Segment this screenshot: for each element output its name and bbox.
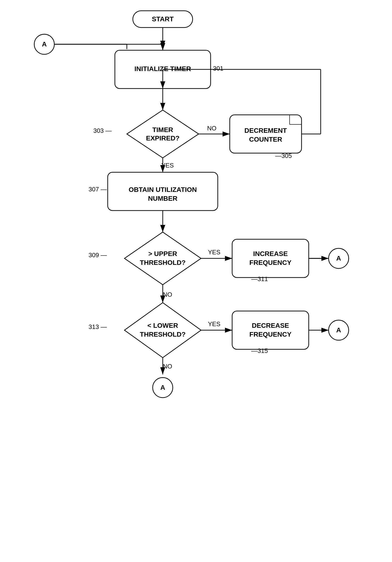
start-label: START xyxy=(152,15,174,23)
ref-305: —305 xyxy=(275,152,292,159)
increase-frequency-label-1: INCREASE xyxy=(253,250,288,258)
timer-yes-label: YES xyxy=(161,162,174,169)
timer-expired-node xyxy=(127,110,199,158)
a-top-label: A xyxy=(42,40,47,48)
lower-yes-label: YES xyxy=(208,320,220,328)
ref-311: —311 xyxy=(251,275,268,282)
a-bottom-label: A xyxy=(160,384,165,391)
decrement-counter-label-2: COUNTER xyxy=(249,136,282,143)
obtain-utilization-label-1: OBTAIN UTILIZATION xyxy=(129,186,197,193)
upper-threshold-label-1: > UPPER xyxy=(148,250,177,258)
decrease-frequency-node xyxy=(232,311,309,349)
timer-expired-label-2: EXPIRED? xyxy=(146,134,179,142)
ref-307: 307 — xyxy=(89,186,107,193)
ref-303: 303 — xyxy=(93,127,112,134)
timer-no-label: NO xyxy=(207,125,217,132)
ref-315: —315 xyxy=(251,347,268,354)
ref-313: 313 — xyxy=(89,323,107,330)
lower-threshold-label-1: < LOWER xyxy=(147,322,178,329)
lower-threshold-label-2: THRESHOLD? xyxy=(140,331,185,338)
obtain-utilization-label-2: NUMBER xyxy=(148,195,178,202)
upper-no-label: NO xyxy=(163,291,172,298)
ref-301: 301 xyxy=(213,65,223,72)
decrease-frequency-label-1: DECREASE xyxy=(252,322,289,329)
upper-yes-label: YES xyxy=(208,249,220,256)
increase-frequency-label-2: FREQUENCY xyxy=(249,259,291,266)
decrease-frequency-label-2: FREQUENCY xyxy=(249,331,291,338)
decrement-counter-label-1: DECREMENT xyxy=(244,127,287,134)
a-decrease-label: A xyxy=(336,326,341,334)
lower-threshold-node xyxy=(124,303,201,358)
lower-no-label: NO xyxy=(163,363,172,370)
upper-threshold-node xyxy=(124,232,201,285)
flowchart-container: START A INITIALIZE TIMER 301 xyxy=(0,0,392,562)
ref-309: 309 — xyxy=(89,251,107,259)
increase-frequency-node xyxy=(232,239,309,278)
timer-expired-label-1: TIMER xyxy=(152,126,173,133)
upper-threshold-label-2: THRESHOLD? xyxy=(140,259,185,266)
a-increase-label: A xyxy=(336,255,341,262)
